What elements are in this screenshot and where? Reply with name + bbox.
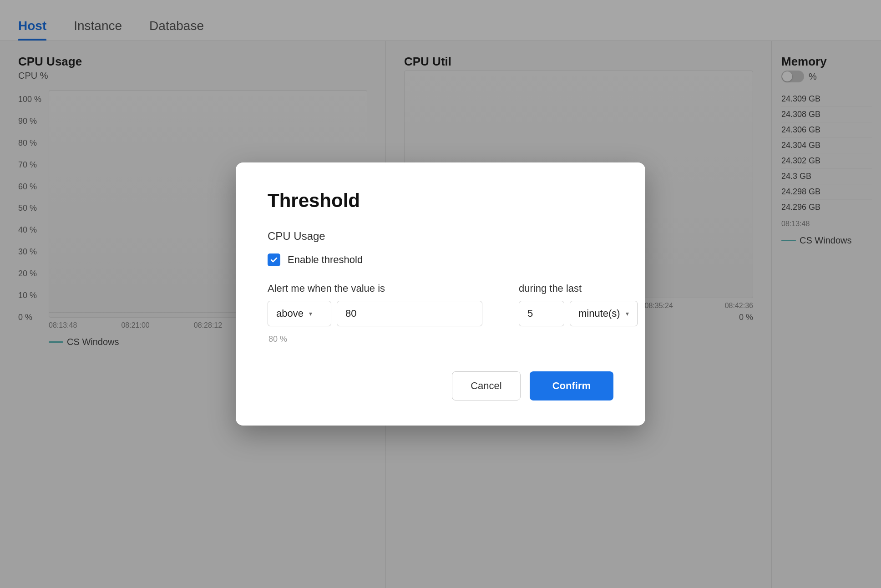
duration-input-row: minute(s) ▾ [519, 301, 638, 326]
threshold-hint: 80 % [268, 335, 482, 344]
alert-condition-group: Alert me when the value is above ▾ 80 % [268, 283, 482, 344]
modal-overlay: Threshold CPU Usage Enable threshold Ale… [0, 0, 881, 588]
threshold-form-row: Alert me when the value is above ▾ 80 % … [268, 283, 613, 344]
threshold-value-input[interactable] [337, 301, 482, 326]
duration-unit-chevron-icon: ▾ [626, 310, 629, 317]
alert-label: Alert me when the value is [268, 283, 482, 294]
enable-threshold-checkbox[interactable] [268, 253, 280, 266]
enable-threshold-row[interactable]: Enable threshold [268, 253, 613, 266]
threshold-modal: Threshold CPU Usage Enable threshold Ale… [236, 162, 645, 426]
condition-chevron-icon: ▾ [309, 310, 312, 317]
confirm-button[interactable]: Confirm [530, 371, 613, 400]
alert-input-row: above ▾ [268, 301, 482, 326]
modal-button-row: Cancel Confirm [268, 371, 613, 400]
duration-value-input[interactable] [519, 301, 564, 326]
cancel-button[interactable]: Cancel [452, 371, 520, 400]
enable-threshold-label: Enable threshold [288, 254, 363, 266]
modal-section-label: CPU Usage [268, 230, 613, 243]
duration-group: during the last minute(s) ▾ [519, 283, 638, 326]
duration-unit-select[interactable]: minute(s) ▾ [570, 301, 638, 326]
condition-select[interactable]: above ▾ [268, 301, 331, 326]
during-label: during the last [519, 283, 638, 294]
modal-title: Threshold [268, 190, 613, 212]
